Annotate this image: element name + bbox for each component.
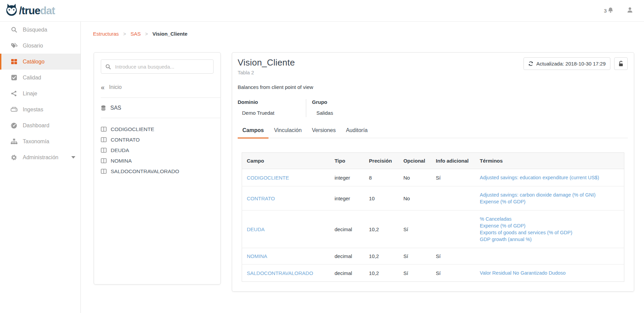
sidebar-item-administracion[interactable]: Administración — [0, 149, 80, 165]
gauge-icon — [10, 122, 18, 129]
tree-home-label: Inicio — [109, 84, 122, 90]
truedat-logo[interactable]: /truedat — [5, 3, 55, 19]
field-link[interactable]: SALDOCONTRAVALORADO — [247, 270, 313, 276]
field-type: decimal — [330, 210, 364, 248]
field-link[interactable]: CODIGOCLIENTE — [247, 175, 289, 181]
term-link[interactable]: % Canceladas — [480, 216, 512, 222]
column-header-opcional: Opcional — [399, 153, 431, 169]
tags-icon — [10, 42, 18, 50]
fields-table: Campo Tipo Precisión Opcional Info adici… — [242, 152, 624, 282]
table-icon — [101, 169, 107, 174]
term-link[interactable]: Adjusted savings: education expenditure … — [480, 175, 599, 180]
field-opcional: Sí — [399, 210, 431, 248]
sidebar-item-taxonomia[interactable]: Administración Taxonomía — [0, 133, 80, 149]
tree-home-link[interactable]: « Inicio — [101, 84, 214, 91]
column-header-precision: Precisión — [364, 153, 399, 169]
breadcrumb-separator: > — [123, 31, 126, 37]
sidebar-item-label: Administración — [23, 154, 58, 161]
share-icon — [10, 90, 18, 97]
owl-icon — [5, 3, 18, 19]
sidebar-item-label: Dashboard — [23, 123, 49, 129]
unlock-button[interactable] — [614, 57, 628, 70]
field-link[interactable]: NOMINA — [247, 253, 267, 259]
divider — [101, 97, 220, 98]
table-icon — [101, 127, 107, 132]
refresh-icon — [528, 61, 533, 66]
field-precision: 10,2 — [364, 264, 399, 282]
structure-description: Balances from client point of view — [238, 84, 628, 90]
structure-meta: Dominio Demo Truedat Grupo Salidas — [238, 99, 628, 117]
notifications-button[interactable]: 3 — [604, 7, 614, 15]
term-link[interactable]: Valor Residual No Garantizado Dudoso — [480, 270, 566, 276]
tree-item-deuda[interactable]: DEUDA — [101, 145, 214, 155]
tree-system-sas[interactable]: SAS — [101, 105, 214, 111]
drive-icon — [10, 106, 18, 113]
detail-tabs: Campos Vinculación Versiones Auditoría — [238, 127, 628, 138]
table-icon — [101, 148, 107, 153]
tab-vinculacion[interactable]: Vinculación — [269, 127, 307, 138]
domain-value: Demo Truedat — [238, 110, 306, 116]
breadcrumb-link-sas[interactable]: SAS — [130, 31, 141, 37]
tree-item-codigocliente[interactable]: CODIGOCLIENTE — [101, 124, 214, 134]
search-icon — [10, 26, 18, 34]
tree-item-nomina[interactable]: NOMINA — [101, 155, 214, 166]
field-precision: 10 — [364, 186, 399, 210]
breadcrumb-current: Vision_Cliente — [152, 31, 187, 37]
user-menu-icon[interactable] — [627, 7, 633, 15]
group-value: Salidas — [312, 110, 333, 116]
tree-item-contrato[interactable]: CONTRATO — [101, 134, 214, 145]
sidebar-item-linaje[interactable]: Linaje — [0, 86, 80, 102]
term-link[interactable]: GDP growth (annual %) — [480, 237, 532, 242]
table-row: NOMINA decimal 10,2 Sí Sí — [242, 248, 624, 264]
sidebar-item-catalogo[interactable]: Catálogo — [0, 54, 80, 70]
field-info-adicional — [431, 186, 475, 210]
sidebar-item-calidad[interactable]: Calidad — [0, 70, 80, 86]
search-icon — [105, 64, 111, 70]
domain-label: Dominio — [238, 99, 306, 105]
field-info-adicional: Sí — [431, 248, 475, 264]
tree-item-saldocontravalorado[interactable]: SALDOCONTRAVALORADO — [101, 166, 214, 177]
wordmark-light: dat — [40, 5, 55, 17]
sidebar: Búsqueda Glosario Catálogo Calidad Linaj… — [0, 22, 81, 313]
field-precision: 10,2 — [364, 210, 399, 248]
sidebar-item-glosario[interactable]: Glosario — [0, 38, 80, 54]
column-header-tipo: Tipo — [330, 153, 364, 169]
breadcrumb: Estructuras > SAS > Vision_Cliente — [93, 31, 644, 38]
sidebar-item-label: Catálogo — [23, 59, 44, 65]
tab-campos[interactable]: Campos — [238, 127, 269, 138]
notification-count: 3 — [604, 8, 607, 14]
tab-auditoria[interactable]: Auditoría — [341, 127, 372, 138]
tree-system-label: SAS — [110, 105, 121, 111]
field-info-adicional: Sí — [431, 169, 475, 186]
field-opcional: Sí — [399, 264, 431, 282]
tree-item-label: DEUDA — [111, 147, 129, 153]
updated-button[interactable]: Actualizada: 2018-10-30 17:29 — [523, 57, 610, 70]
field-type: decimal — [330, 264, 364, 282]
field-link[interactable]: CONTRATO — [247, 196, 275, 201]
term-link[interactable]: Expense (% of GDP) — [480, 199, 526, 204]
top-bar: /truedat 3 — [0, 0, 644, 22]
term-link[interactable]: Expense (% of GDP) — [480, 223, 526, 228]
tree-item-label: CONTRATO — [111, 137, 140, 143]
term-link[interactable]: Exports of goods and services (% of GDP) — [480, 230, 572, 235]
field-opcional: No — [399, 186, 431, 210]
field-type: integer — [330, 186, 364, 210]
tree-item-label: NOMINA — [111, 158, 132, 164]
term-link[interactable]: Adjusted savings: carbon dioxide damage … — [480, 192, 595, 198]
sidebar-item-label: Linaje — [23, 91, 37, 97]
field-info-adicional — [431, 210, 475, 248]
tab-versiones[interactable]: Versiones — [307, 127, 341, 138]
field-link[interactable]: DEUDA — [247, 226, 265, 232]
field-info-adicional: Sí — [431, 264, 475, 282]
field-opcional: No — [399, 169, 431, 186]
check-square-icon — [10, 74, 18, 81]
sitemap-icon — [10, 138, 18, 145]
sidebar-item-ingestas[interactable]: Ingestas — [0, 102, 80, 117]
sidebar-item-busqueda[interactable]: Búsqueda — [0, 22, 80, 38]
tree-search-input[interactable] — [115, 64, 209, 70]
database-icon — [101, 105, 106, 111]
sidebar-item-dashboard[interactable]: Dashboard — [0, 117, 80, 133]
grid-icon — [10, 58, 18, 66]
sidebar-item-label: Ingestas — [23, 107, 43, 113]
breadcrumb-link-estructuras[interactable]: Estructuras — [93, 31, 119, 37]
